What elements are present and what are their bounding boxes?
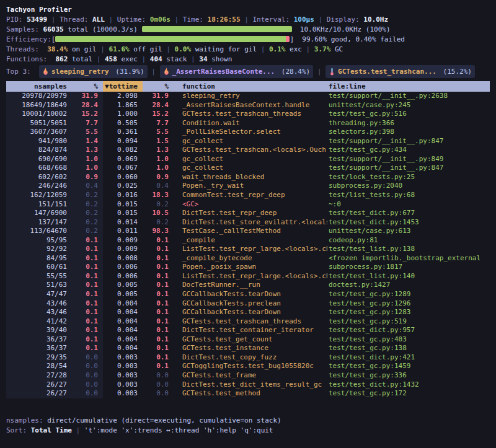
table-row[interactable]: 668/668 1.0 0.067 1.0 gc_collect test/su… <box>6 164 490 173</box>
function-cell: DocTestRunner.__run <box>181 281 327 290</box>
gap <box>174 164 181 173</box>
top-function[interactable]: sleeping_retry (31.9%) <box>39 65 148 78</box>
table-row[interactable]: 137/147 0.2 0.014 0.2 DictTest.test_stor… <box>6 218 490 227</box>
col-header-tottime-sorted[interactable]: ▼tottime <box>103 81 143 92</box>
samples-progress-bar <box>142 26 292 32</box>
uptime-label: Uptime: <box>117 15 146 24</box>
nsamples-cell: 602/602 <box>6 173 72 182</box>
table-row[interactable]: 29/35 0.0 0.003 0.1 DictTest.test_copy_f… <box>6 353 490 362</box>
nsamples-cell: 51/63 <box>6 281 72 290</box>
cumulative-pct-cell: 0.4 <box>143 182 174 191</box>
table-row[interactable]: 824/874 1.3 0.082 1.3 GCTests.test_trash… <box>6 146 490 155</box>
top-function[interactable]: GCTests.test_trashcan... (15.2%) <box>326 65 475 78</box>
nsamples-cell: 246/246 <box>6 182 72 191</box>
nsamples-cell: 147/6900 <box>6 209 72 218</box>
cumulative-pct-cell: 1.5 <box>143 137 174 146</box>
table-row[interactable]: 43/46 0.1 0.004 0.1 GCCallbackTests.tear… <box>6 308 490 317</box>
nsamples-cell: 26/27 <box>6 380 72 390</box>
col-header-function[interactable]: function <box>181 81 327 92</box>
direct-pct-cell: 0.9 <box>72 173 103 182</box>
nsamples-cell: 28/54 <box>6 362 72 371</box>
table-row[interactable]: 27/28 0.0 0.003 0.0 GCTests.test_frame t… <box>6 371 490 380</box>
cumulative-pct-cell: 0.1 <box>143 326 174 335</box>
table-row[interactable]: 39/40 0.1 0.004 0.1 DictTest.test_contai… <box>6 326 490 335</box>
table-row[interactable]: 162/12059 0.2 0.016 18.3 CommonTest.test… <box>6 191 490 200</box>
file-line-cell: test/test_list.py:140 <box>327 272 490 281</box>
tottime-cell: 0.003 <box>103 353 143 362</box>
direct-pct-cell: 0.1 <box>72 317 103 327</box>
function-cell: DictTest.test_store_evilattr.<locals... <box>181 218 327 227</box>
cumulative-pct-cell: 0.1 <box>143 236 174 245</box>
table-row[interactable]: 47/47 0.1 0.005 0.1 GCCallbackTests.tear… <box>6 290 490 299</box>
table-row[interactable]: 20978/20979 31.9 2.098 31.9 sleeping_ret… <box>6 92 490 101</box>
direct-pct-cell: 0.0 <box>72 371 103 380</box>
col-header-direct-pct[interactable]: % <box>72 81 103 92</box>
tottime-cell: 0.505 <box>103 119 143 128</box>
tottime-cell: 0.004 <box>103 326 143 335</box>
table-row[interactable]: 3607/3607 5.5 0.361 5.5 _PollLikeSelecto… <box>6 128 490 137</box>
function-stat-label: stack <box>162 55 187 63</box>
table-row[interactable]: 602/602 0.9 0.060 0.9 wait_threads_block… <box>6 173 490 182</box>
function-cell: gc_collect <box>181 164 327 173</box>
table-row[interactable]: 28/54 0.0 0.003 0.1 GCTogglingTests.test… <box>6 362 490 371</box>
table-row[interactable]: 5051/5051 7.7 0.505 7.7 Condition.wait t… <box>6 119 490 128</box>
table-row[interactable]: 92/92 0.1 0.009 0.1 ListTest.test_repr_l… <box>6 245 490 254</box>
tottime-cell: 0.067 <box>103 164 143 173</box>
table-row[interactable]: 151/151 0.2 0.015 0.2 <GC> ~:0 <box>6 200 490 209</box>
gap <box>174 209 181 218</box>
table-row[interactable]: 18649/18649 28.4 1.865 28.4 _AssertRaise… <box>6 101 490 110</box>
col-header-file-line[interactable]: file:line <box>327 81 490 92</box>
tottime-cell: 1.865 <box>103 101 143 110</box>
table-row[interactable]: 95/95 0.1 0.009 0.1 _compile codeop.py:8… <box>6 236 490 245</box>
top-function-pct: (31.9%) <box>112 66 144 77</box>
table-row[interactable]: 26/27 0.0 0.003 0.0 GCTests.test_method … <box>6 389 490 398</box>
pid-value: 53499 <box>27 15 47 24</box>
table-row[interactable]: 36/37 0.1 0.004 0.1 GCTests.test_instanc… <box>6 344 490 353</box>
file-line-cell: <frozen importlib._bootstrap_external <box>327 254 490 263</box>
col-header-cumulative-pct[interactable]: % <box>143 81 174 92</box>
col-header-nsamples[interactable]: nsamples <box>6 81 72 92</box>
top-function[interactable]: _AssertRaisesBaseConte... (28.4%) <box>160 65 314 78</box>
table-row[interactable]: 26/27 0.0 0.003 0.0 DictTest.test_dict_i… <box>6 380 490 390</box>
file-line-cell: doctest.py:1427 <box>327 281 490 290</box>
gap <box>174 182 181 191</box>
top-function-pct: (15.2%) <box>439 66 472 77</box>
direct-pct-cell: 0.0 <box>72 353 103 362</box>
table-row[interactable]: 690/690 1.0 0.069 1.0 gc_collect test/su… <box>6 155 490 164</box>
cumulative-pct-cell: 98.3 <box>143 227 174 236</box>
nsamples-cell: 27/28 <box>6 371 72 380</box>
table-row[interactable]: 55/55 0.1 0.006 0.1 ListTest.test_repr_l… <box>6 272 490 281</box>
cumulative-pct-cell: 1.3 <box>143 146 174 155</box>
table-row[interactable]: 113/64670 0.2 0.011 98.3 TestCase._callT… <box>6 227 490 236</box>
direct-pct-cell: 0.1 <box>72 326 103 335</box>
gap <box>174 191 181 200</box>
table-row[interactable]: 246/246 0.4 0.025 0.4 Popen._try_wait su… <box>6 182 490 191</box>
file-line-cell: test/test_gc.py:172 <box>327 389 490 398</box>
tottime-cell: 0.009 <box>103 245 143 254</box>
tottime-cell: 0.003 <box>103 371 143 380</box>
thread-value[interactable]: ALL <box>92 15 105 24</box>
file-line-cell: subprocess.py:1817 <box>327 263 490 272</box>
table-row[interactable]: 43/46 0.1 0.004 0.1 GCCallbackTests.prec… <box>6 299 490 309</box>
tottime-cell: 0.016 <box>103 191 143 200</box>
table-row[interactable]: 147/6900 0.2 0.015 10.5 DictTest.test_re… <box>6 209 490 218</box>
table-row[interactable]: 84/95 0.1 0.008 0.1 _compile_bytecode <f… <box>6 254 490 263</box>
tottime-cell: 0.004 <box>103 299 143 309</box>
file-line-cell: test/support/__init__.py:847 <box>327 164 490 173</box>
nsamples-cell: 36/37 <box>6 344 72 353</box>
tottime-cell: 2.098 <box>103 92 143 101</box>
gap <box>174 92 181 101</box>
nsamples-cell: 43/46 <box>6 308 72 317</box>
file-line-cell: test/test_dict.py:677 <box>327 209 490 218</box>
table-row[interactable]: 60/61 0.1 0.006 0.1 Popen._posix_spawn s… <box>6 263 490 272</box>
cumulative-pct-cell: 0.0 <box>143 380 174 390</box>
table-row[interactable]: 51/63 0.1 0.005 0.1 DocTestRunner.__run … <box>6 281 490 290</box>
function-cell: DictTest.test_container_iterator <box>181 326 327 335</box>
display-label: Display: <box>327 15 360 24</box>
table-row[interactable]: 36/37 0.1 0.004 0.1 GCTests.test_get_cou… <box>6 335 490 345</box>
table-row[interactable]: 941/980 1.4 0.094 1.5 gc_collect test/su… <box>6 137 490 146</box>
table-row[interactable]: 41/42 0.1 0.004 0.1 GCTests.test_trashca… <box>6 317 490 327</box>
direct-pct-cell: 1.3 <box>72 146 103 155</box>
table-row[interactable]: 10001/10002 15.2 1.000 15.2 GCTests.test… <box>6 110 490 119</box>
nsamples-cell: 92/92 <box>6 245 72 254</box>
